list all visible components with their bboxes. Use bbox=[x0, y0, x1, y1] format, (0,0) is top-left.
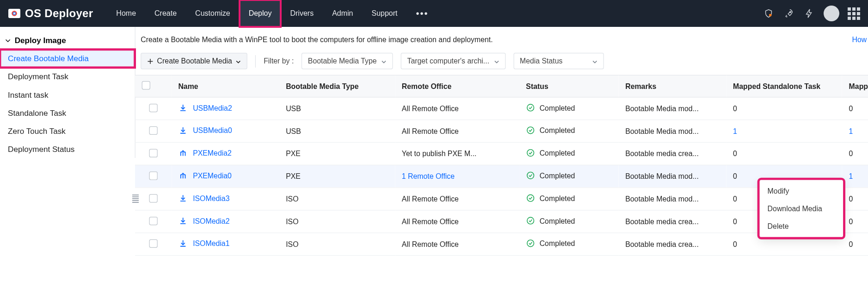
col-check-header[interactable] bbox=[135, 75, 172, 97]
row-checkbox-cell[interactable] bbox=[135, 188, 172, 210]
row-checkbox[interactable] bbox=[149, 126, 157, 134]
row-checkbox-cell[interactable] bbox=[135, 233, 172, 256]
sidebar-item-deployment-status[interactable]: Deployment Status bbox=[0, 140, 135, 158]
nav-more[interactable]: ••• bbox=[407, 8, 438, 19]
sidebar-item-instant-task[interactable]: Instant task bbox=[0, 86, 135, 104]
row-remarks-cell: Bootable media crea... bbox=[619, 142, 726, 165]
row-checkbox[interactable] bbox=[149, 194, 157, 202]
sidebar-item-standalone-task[interactable]: Standalone Task bbox=[0, 104, 135, 122]
row-checkbox-cell[interactable] bbox=[135, 120, 172, 143]
col-status-header[interactable]: Status bbox=[519, 75, 619, 97]
sidebar-resize-handle[interactable] bbox=[132, 195, 139, 206]
media-name-link[interactable]: USBMedia0 bbox=[178, 126, 232, 135]
checkbox-all[interactable] bbox=[142, 81, 150, 89]
row-ro-cell: Yet to publish PXE M... bbox=[395, 142, 519, 165]
shield-icon[interactable] bbox=[763, 7, 775, 19]
check-circle-icon bbox=[526, 126, 535, 135]
row-remarks-cell: Bootable Media mod... bbox=[619, 188, 726, 210]
row-remarks-cell: Bootable Media mod... bbox=[619, 97, 726, 120]
media-name-link[interactable]: USBMedia2 bbox=[178, 103, 232, 113]
row-mzt-cell: 0 bbox=[842, 210, 868, 233]
sidebar-item-create-bootable-media[interactable]: Create Bootable Media bbox=[0, 50, 135, 68]
upload-icon bbox=[178, 148, 187, 157]
download-icon bbox=[178, 103, 187, 113]
divider bbox=[255, 55, 256, 67]
row-ro-cell: All Remote Office bbox=[395, 120, 519, 143]
check-circle-icon bbox=[526, 103, 535, 113]
row-checkbox[interactable] bbox=[149, 103, 157, 112]
create-bootable-media-button[interactable]: Create Bootable Media bbox=[141, 53, 247, 69]
row-checkbox-cell[interactable] bbox=[135, 97, 172, 120]
row-name-cell: PXEMedia0 bbox=[172, 165, 279, 188]
row-checkbox-cell[interactable] bbox=[135, 142, 172, 165]
col-mst-header[interactable]: Mapped Standalone Task bbox=[726, 75, 842, 97]
topbar-right bbox=[763, 6, 860, 21]
col-type-header[interactable]: Bootable Media Type bbox=[279, 75, 395, 97]
nav-drivers[interactable]: Drivers bbox=[281, 0, 323, 27]
link-howto[interactable]: How to create Bootable Media? bbox=[852, 35, 868, 44]
media-name-link[interactable]: ISOMedia3 bbox=[178, 194, 229, 203]
media-name-link[interactable]: ISOMedia1 bbox=[178, 239, 229, 248]
check-circle-icon bbox=[526, 239, 535, 248]
filter-arch-select[interactable]: Target computer's archi... bbox=[401, 53, 505, 69]
svg-point-13 bbox=[527, 127, 534, 134]
filter-status-select[interactable]: Media Status bbox=[514, 53, 604, 69]
row-context-menu[interactable]: ModifyDownload MediaDelete bbox=[759, 179, 843, 238]
media-name-link[interactable]: PXEMedia0 bbox=[178, 171, 231, 180]
nav-support[interactable]: Support bbox=[363, 0, 407, 27]
row-ro-cell[interactable]: 1 Remote Office bbox=[395, 165, 519, 188]
svg-point-25 bbox=[527, 195, 534, 201]
row-mzt-cell[interactable]: 1 bbox=[842, 120, 868, 143]
row-type-cell: PXE bbox=[279, 165, 395, 188]
row-checkbox[interactable] bbox=[149, 239, 157, 247]
row-remarks-cell: Bootable Media mod... bbox=[619, 165, 726, 188]
nav-customize[interactable]: Customize bbox=[186, 0, 240, 27]
avatar[interactable] bbox=[824, 6, 839, 21]
main-nav: HomeCreateCustomizeDeployDriversAdminSup… bbox=[107, 0, 406, 27]
media-name-link[interactable]: ISOMedia2 bbox=[178, 216, 229, 226]
col-remarks-header[interactable]: Remarks bbox=[619, 75, 726, 97]
svg-point-3 bbox=[769, 14, 772, 16]
check-circle-icon bbox=[526, 171, 535, 180]
table-row: ISOMedia1ISOAll Remote OfficeCompletedBo… bbox=[135, 233, 868, 256]
sidebar-item-deployment-task[interactable]: Deployment Task bbox=[0, 68, 135, 86]
table-header-row: Name Bootable Media Type Remote Office S… bbox=[135, 75, 868, 97]
ctx-download-media[interactable]: Download Media bbox=[760, 200, 843, 217]
sidebar-item-zero-touch-task[interactable]: Zero Touch Task bbox=[0, 122, 135, 140]
row-type-cell: USB bbox=[279, 120, 395, 143]
table-row: USBMedia0USBAll Remote OfficeCompletedBo… bbox=[135, 120, 868, 143]
table-row: ISOMedia3ISOAll Remote OfficeCompletedBo… bbox=[135, 188, 868, 210]
bolt-icon[interactable] bbox=[803, 7, 815, 19]
chevron-down-icon bbox=[5, 37, 12, 44]
row-name-cell: ISOMedia2 bbox=[172, 210, 279, 233]
row-mst-cell[interactable]: 1 bbox=[726, 120, 842, 143]
caret-down-icon bbox=[592, 59, 597, 64]
row-checkbox[interactable] bbox=[149, 216, 157, 225]
filter-type-select[interactable]: Bootable Media Type bbox=[302, 53, 393, 69]
row-checkbox[interactable] bbox=[149, 149, 157, 157]
row-type-cell: ISO bbox=[279, 188, 395, 210]
nav-create[interactable]: Create bbox=[145, 0, 186, 27]
row-checkbox-cell[interactable] bbox=[135, 165, 172, 188]
col-mzt-header[interactable]: Mapped ZeroTouch Deployment bbox=[842, 75, 868, 97]
row-remarks-cell: Bootable media crea... bbox=[619, 210, 726, 233]
filter-status-value: Media Status bbox=[520, 57, 563, 65]
row-remarks-cell: Bootable media crea... bbox=[619, 233, 726, 256]
col-ro-header[interactable]: Remote Office bbox=[395, 75, 519, 97]
row-checkbox-cell[interactable] bbox=[135, 210, 172, 233]
col-name-header[interactable]: Name bbox=[172, 75, 279, 97]
ctx-modify[interactable]: Modify bbox=[760, 182, 843, 200]
row-checkbox[interactable] bbox=[149, 171, 157, 180]
svg-point-4 bbox=[789, 12, 791, 13]
ctx-delete[interactable]: Delete bbox=[760, 217, 843, 235]
apps-grid-icon[interactable] bbox=[848, 7, 860, 19]
chrome-like-icon bbox=[10, 10, 18, 17]
svg-point-33 bbox=[527, 240, 534, 247]
media-name-link[interactable]: PXEMedia2 bbox=[178, 148, 231, 157]
sidebar-group-head[interactable]: Deploy Image bbox=[0, 32, 135, 50]
nav-deploy[interactable]: Deploy bbox=[240, 0, 281, 27]
nav-admin[interactable]: Admin bbox=[323, 0, 362, 27]
rocket-icon[interactable] bbox=[783, 7, 795, 19]
nav-home[interactable]: Home bbox=[107, 0, 145, 27]
row-mzt-cell[interactable]: 1 bbox=[842, 165, 868, 188]
